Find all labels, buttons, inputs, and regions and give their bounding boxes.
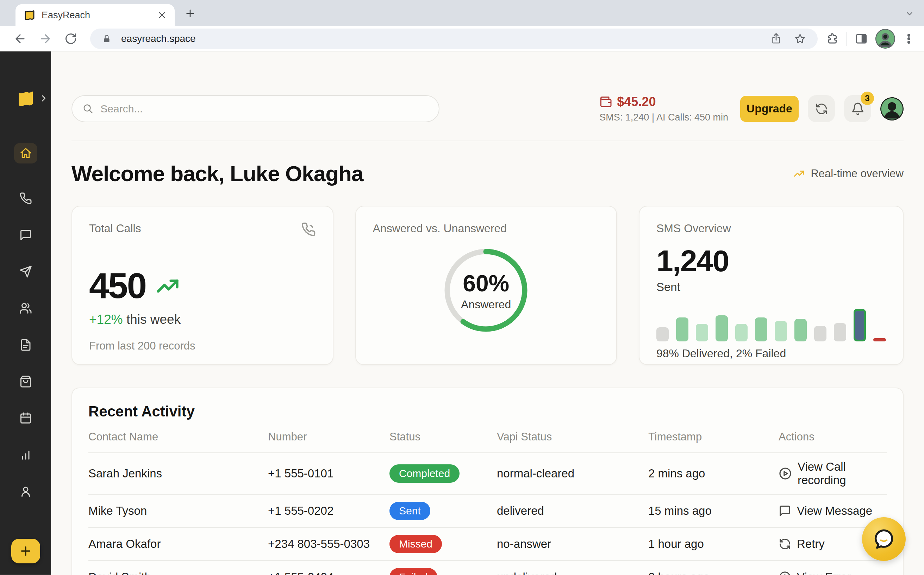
contact-name: Sarah Jenkins <box>89 467 268 480</box>
url-text: easyreach.space <box>121 33 761 44</box>
sms-bar <box>656 327 669 342</box>
sidebar-item-contacts[interactable] <box>14 298 37 319</box>
upgrade-button[interactable]: Upgrade <box>740 96 799 122</box>
sms-overview-card: SMS Overview 1,240 Sent 98% Delivered, 2… <box>639 206 903 365</box>
reload-icon[interactable] <box>60 28 82 50</box>
table-header: Contact Name Number Status Vapi Status T… <box>89 430 887 453</box>
new-tab-icon[interactable] <box>184 8 196 19</box>
calendar-icon <box>19 412 32 424</box>
sms-sent-value: 1,240 <box>656 243 886 278</box>
back-icon[interactable] <box>9 28 31 50</box>
tab-title: EasyReach <box>41 10 151 21</box>
sidebar-nav <box>14 143 37 502</box>
menu-kebab-icon[interactable] <box>903 33 915 45</box>
answered-percent: 60% <box>463 270 509 297</box>
phone-icon <box>19 192 32 205</box>
sync-button[interactable] <box>808 95 835 122</box>
sidebar-item-home[interactable] <box>14 143 37 164</box>
wallet-icon <box>599 95 612 108</box>
wallet-balance: $45.20 <box>617 94 656 109</box>
sms-bar <box>814 326 826 342</box>
extensions-icon[interactable] <box>826 32 839 45</box>
bag-icon <box>19 375 32 388</box>
contact-number: +1 555-0404 <box>268 570 390 575</box>
retry-icon <box>778 538 791 550</box>
usage-summary: SMS: 1,240 | AI Calls: 450 min <box>599 112 728 123</box>
sidebar <box>0 51 51 575</box>
add-new-button[interactable] <box>11 539 40 563</box>
sidebar-item-profile[interactable] <box>14 481 37 502</box>
col-number: Number <box>268 430 390 443</box>
card-title: Total Calls <box>89 222 316 235</box>
timestamp: 2 hours ago <box>648 570 778 575</box>
app-logo[interactable] <box>14 88 37 109</box>
contact-name: Mike Tyson <box>89 504 268 518</box>
sms-bar <box>873 338 886 342</box>
sidebar-item-orders[interactable] <box>14 371 37 392</box>
url-bar[interactable]: easyreach.space <box>90 29 818 49</box>
total-calls-delta: +12% this week <box>89 312 316 327</box>
chat-bubble-icon <box>872 527 895 551</box>
sms-bar-chart <box>656 308 886 342</box>
vapi-status: delivered <box>497 504 648 518</box>
sidebar-item-messages[interactable] <box>14 225 37 245</box>
sms-bar <box>755 318 767 342</box>
sidebar-item-campaigns[interactable] <box>14 261 37 282</box>
total-calls-value: 450 <box>89 265 146 307</box>
chat-widget-button[interactable] <box>862 517 906 561</box>
sidebar-item-calls[interactable] <box>14 188 37 208</box>
table-row: Sarah Jenkins +1 555-0101 Completed norm… <box>89 453 887 494</box>
vapi-status: normal-cleared <box>497 467 648 480</box>
view-error-action[interactable]: View Error <box>778 570 887 575</box>
timestamp: 15 mins ago <box>648 504 778 518</box>
view-call-recording-action[interactable]: View Call recording <box>778 460 887 487</box>
view-message-action[interactable]: View Message <box>778 504 887 518</box>
card-title: Answered vs. Unanswered <box>373 222 600 235</box>
notifications-button[interactable]: 3 <box>844 95 871 122</box>
search-input[interactable] <box>100 103 428 115</box>
sms-bar <box>716 315 728 342</box>
share-icon[interactable] <box>768 33 785 44</box>
side-panel-icon[interactable] <box>855 32 868 45</box>
sidebar-item-calendar[interactable] <box>14 408 37 429</box>
header-divider <box>71 141 903 141</box>
user-icon <box>19 485 32 498</box>
user-avatar[interactable] <box>880 97 903 121</box>
toolbar-divider <box>846 32 847 46</box>
bookmark-star-icon[interactable] <box>792 33 808 44</box>
contact-number: +1 555-0101 <box>268 467 390 480</box>
forward-icon[interactable] <box>35 28 56 50</box>
alert-circle-icon <box>778 571 791 575</box>
sms-bar <box>794 319 807 342</box>
browser-tab[interactable]: EasyReach <box>16 4 175 26</box>
recent-activity-title: Recent Activity <box>89 403 887 420</box>
answered-card: Answered vs. Unanswered 60% Answered <box>355 206 617 365</box>
browser-profile-avatar[interactable] <box>875 29 895 49</box>
total-calls-card: Total Calls 450 +12% this week From last… <box>71 206 333 365</box>
sidebar-expand-icon[interactable] <box>38 93 49 103</box>
trending-up-icon <box>793 168 805 179</box>
realtime-overview-label: Real-time overview <box>793 167 903 180</box>
sidebar-item-analytics[interactable] <box>14 445 37 465</box>
status-badge: Completed <box>390 464 460 483</box>
phone-call-icon <box>301 222 316 237</box>
sidebar-item-documents[interactable] <box>14 335 37 355</box>
contact-name: Amara Okafor <box>89 537 268 551</box>
search-box[interactable] <box>71 95 439 122</box>
col-status: Status <box>390 430 497 443</box>
play-circle-icon <box>778 467 792 480</box>
sms-bar <box>696 324 708 342</box>
chevron-down-icon[interactable] <box>905 9 914 18</box>
answered-donut-chart: 60% Answered <box>436 241 536 340</box>
sms-bar <box>854 309 866 342</box>
contact-name: David Smith <box>89 570 268 575</box>
sms-bar <box>775 321 787 342</box>
bar-chart-icon <box>19 448 32 461</box>
sms-bar <box>676 318 688 342</box>
vapi-status: undelivered <box>497 570 648 575</box>
col-vapi-status: Vapi Status <box>497 430 648 443</box>
tab-close-icon[interactable] <box>157 10 167 20</box>
status-badge: Failed <box>390 568 437 575</box>
sync-icon <box>815 103 828 115</box>
favicon-easyreach <box>23 9 36 22</box>
